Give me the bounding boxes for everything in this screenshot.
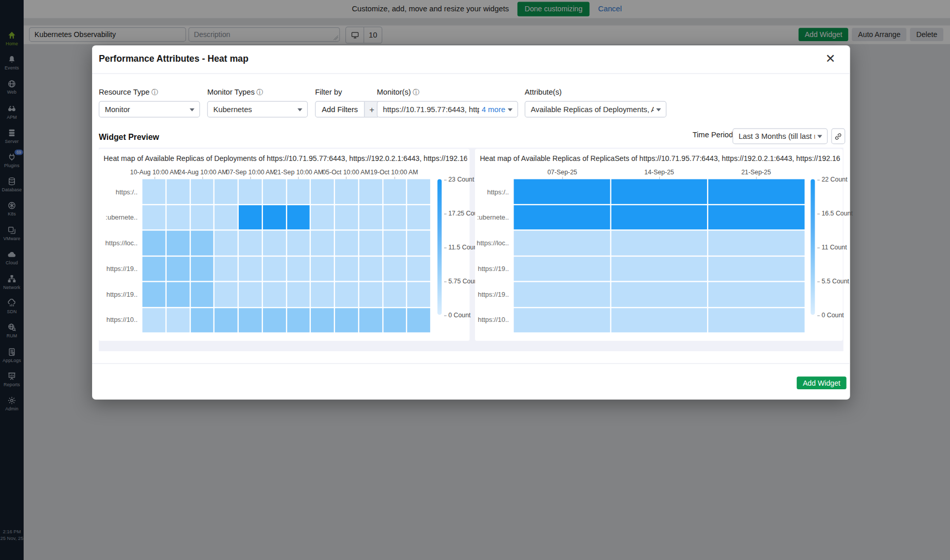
heatmap-cell[interactable]: [611, 179, 707, 204]
heatmap-cell[interactable]: [239, 205, 261, 230]
heatmap-cell[interactable]: [263, 282, 286, 307]
monitor-types-dropdown[interactable]: Kubernetes: [207, 101, 308, 118]
heatmap-cell[interactable]: [514, 205, 610, 230]
heatmap-cell[interactable]: [335, 282, 358, 307]
close-icon[interactable]: ✕: [825, 51, 836, 67]
heatmap-cell[interactable]: [143, 282, 165, 307]
heatmap-cell[interactable]: [166, 231, 189, 256]
heatmap-cell[interactable]: [143, 179, 165, 204]
more-monitors-link[interactable]: 4 more: [482, 105, 505, 113]
heatmap-cell[interactable]: [287, 231, 309, 256]
heatmap-cell[interactable]: [166, 282, 189, 307]
heatmap-cell[interactable]: [143, 308, 165, 333]
heatmap-cell[interactable]: [215, 205, 237, 230]
heatmap-cell[interactable]: [514, 231, 610, 256]
heatmap-cell[interactable]: [239, 231, 261, 256]
heatmap-cell[interactable]: [287, 179, 309, 204]
heatmap-cell[interactable]: [514, 282, 610, 307]
heatmap-cell[interactable]: [287, 308, 309, 333]
heatmap-cell[interactable]: [263, 308, 286, 333]
heatmap-cell[interactable]: [611, 257, 707, 281]
heatmap-cell[interactable]: [166, 205, 189, 230]
heatmap-cell[interactable]: [143, 257, 165, 281]
heatmap-cell[interactable]: [311, 308, 333, 333]
heatmap-cell[interactable]: [407, 205, 430, 230]
heatmap-cell[interactable]: [215, 308, 237, 333]
resource-type-dropdown[interactable]: Monitor: [99, 101, 200, 118]
heatmap-cell[interactable]: [407, 257, 430, 281]
heatmap-cell[interactable]: [407, 231, 430, 256]
heatmap-cell[interactable]: [215, 282, 237, 307]
heatmap-cell[interactable]: [359, 282, 382, 307]
heatmap-cell[interactable]: [359, 308, 382, 333]
heatmap-cell[interactable]: [287, 282, 309, 307]
heatmap-cell[interactable]: [359, 179, 382, 204]
heatmap-cell[interactable]: [311, 231, 333, 256]
heatmap-cell[interactable]: [166, 257, 189, 281]
heatmap-cell[interactable]: [287, 257, 309, 281]
heatmap-cell[interactable]: [709, 308, 805, 333]
add-filters-button[interactable]: Add Filters +: [315, 101, 380, 118]
heatmap-cell[interactable]: [263, 257, 286, 281]
monitors-dropdown[interactable]: https://10.71.95.77:6443, https://192.0.…: [377, 101, 518, 118]
heatmap-cell[interactable]: [383, 179, 406, 204]
time-period-dropdown[interactable]: Last 3 Months (till last m...: [732, 129, 828, 144]
heatmap-cell[interactable]: [611, 308, 707, 333]
heatmap-cell[interactable]: [514, 308, 610, 333]
heatmap-cell[interactable]: [190, 257, 213, 281]
heatmap-cell[interactable]: [611, 282, 707, 307]
heatmap-cell[interactable]: [263, 231, 286, 256]
heatmap-cell[interactable]: [239, 257, 261, 281]
heatmap-cell[interactable]: [709, 282, 805, 307]
heatmap-cell[interactable]: [263, 205, 286, 230]
heatmap-cell[interactable]: [239, 308, 261, 333]
heatmap-cell[interactable]: [514, 179, 610, 204]
heatmap-cell[interactable]: [407, 179, 430, 204]
heatmap-cell[interactable]: [407, 308, 430, 333]
heatmap-cell[interactable]: [190, 308, 213, 333]
heatmap-cell[interactable]: [335, 205, 358, 230]
heatmap-cell[interactable]: [611, 205, 707, 230]
heatmap-cell[interactable]: [311, 282, 333, 307]
heatmap-cell[interactable]: [215, 231, 237, 256]
heatmap-cell[interactable]: [287, 205, 309, 230]
heatmap-cell[interactable]: [335, 231, 358, 256]
heatmap-cell[interactable]: [215, 257, 237, 281]
heatmap-cell[interactable]: [311, 205, 333, 230]
heatmap-cell[interactable]: [383, 231, 406, 256]
heatmap-cell[interactable]: [239, 282, 261, 307]
heatmap-cell[interactable]: [383, 282, 406, 307]
heatmap-cell[interactable]: [383, 205, 406, 230]
heatmap-cell[interactable]: [190, 282, 213, 307]
heatmap-cell[interactable]: [709, 179, 805, 204]
heatmap-cell[interactable]: [190, 205, 213, 230]
heatmap-cell[interactable]: [383, 308, 406, 333]
heatmap-cell[interactable]: [611, 231, 707, 256]
heatmap-cell[interactable]: [709, 231, 805, 256]
heatmap-cell[interactable]: [335, 308, 358, 333]
heatmap-cell[interactable]: [359, 231, 382, 256]
heatmap-cell[interactable]: [166, 308, 189, 333]
heatmap-cell[interactable]: [407, 282, 430, 307]
heatmap-cell[interactable]: [359, 257, 382, 281]
heatmap-cell[interactable]: [709, 205, 805, 230]
heatmap-cell[interactable]: [335, 179, 358, 204]
heatmap-cell[interactable]: [143, 205, 165, 230]
heatmap-cell[interactable]: [311, 179, 333, 204]
heatmap-cell[interactable]: [263, 179, 286, 204]
link-icon[interactable]: [831, 129, 845, 144]
heatmap-cell[interactable]: [190, 231, 213, 256]
heatmap-cell[interactable]: [709, 257, 805, 281]
heatmap-cell[interactable]: [359, 205, 382, 230]
attributes-dropdown[interactable]: Available Replicas of Deployments, Av...: [525, 101, 666, 118]
heatmap-cell[interactable]: [239, 179, 261, 204]
heatmap-cell[interactable]: [143, 231, 165, 256]
heatmap-cell[interactable]: [383, 257, 406, 281]
heatmap-cell[interactable]: [335, 257, 358, 281]
heatmap-cell[interactable]: [190, 179, 213, 204]
modal-add-widget-button[interactable]: Add Widget: [797, 376, 847, 389]
heatmap-cell[interactable]: [311, 257, 333, 281]
heatmap-cell[interactable]: [166, 179, 189, 204]
heatmap-cell[interactable]: [215, 179, 237, 204]
heatmap-cell[interactable]: [514, 257, 610, 281]
